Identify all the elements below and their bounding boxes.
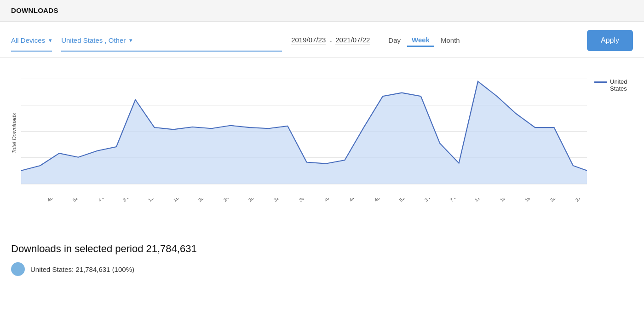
apply-button[interactable]: Apply bbox=[587, 30, 633, 51]
summary-row: United States: 21,784,631 (100%) bbox=[11, 262, 633, 276]
chart-area: 750,000 500,000 250,000 0 bbox=[21, 69, 587, 198]
legend-line-us bbox=[594, 81, 607, 83]
header-bar: DOWNLOADS bbox=[0, 0, 644, 22]
x-axis-container: 48 week of...52 week of...4 week of 2...… bbox=[34, 198, 587, 230]
summary-title: Downloads in selected period 21,784,631 bbox=[11, 243, 633, 255]
summary-section: Downloads in selected period 21,784,631 … bbox=[0, 230, 644, 283]
period-month-button[interactable]: Month bbox=[436, 35, 465, 47]
chart-container: Total Downloads 750,000 500,000 250,000 … bbox=[11, 69, 633, 198]
page-container: DOWNLOADS All Devices ▾ United States , … bbox=[0, 0, 644, 283]
legend-label-us: United States bbox=[610, 78, 633, 92]
legend-area: United States bbox=[587, 69, 633, 198]
device-filter[interactable]: All Devices ▾ bbox=[11, 36, 52, 52]
country-label-us: United States: 21,784,631 (100%) bbox=[30, 265, 134, 273]
chart-section: Total Downloads 750,000 500,000 250,000 … bbox=[0, 58, 644, 230]
period-week-button[interactable]: Week bbox=[407, 34, 434, 47]
date-start-input[interactable]: 2019/07/23 bbox=[291, 36, 326, 45]
x-axis-label: 27 week of... bbox=[575, 198, 587, 202]
date-range-group: 2019/07/23 - 2021/07/22 bbox=[291, 36, 370, 52]
page-title: DOWNLOADS bbox=[11, 6, 58, 14]
chart-svg: 750,000 500,000 250,000 0 bbox=[21, 69, 587, 198]
country-dot-us bbox=[11, 262, 25, 276]
period-day-button[interactable]: Day bbox=[384, 35, 405, 47]
date-separator: - bbox=[329, 37, 332, 45]
countries-filter-label: United States , Other bbox=[61, 36, 126, 44]
countries-chevron-icon: ▾ bbox=[129, 37, 132, 44]
countries-filter[interactable]: United States , Other ▾ bbox=[61, 36, 282, 52]
period-selector: Day Week Month bbox=[384, 34, 464, 53]
device-chevron-icon: ▾ bbox=[49, 37, 52, 44]
legend-item-us: United States bbox=[594, 78, 633, 92]
date-end-input[interactable]: 2021/07/22 bbox=[335, 36, 370, 45]
filter-bar: All Devices ▾ United States , Other ▾ 20… bbox=[0, 22, 644, 58]
y-axis-label: Total Downloads bbox=[11, 69, 17, 198]
device-filter-label: All Devices bbox=[11, 36, 45, 44]
